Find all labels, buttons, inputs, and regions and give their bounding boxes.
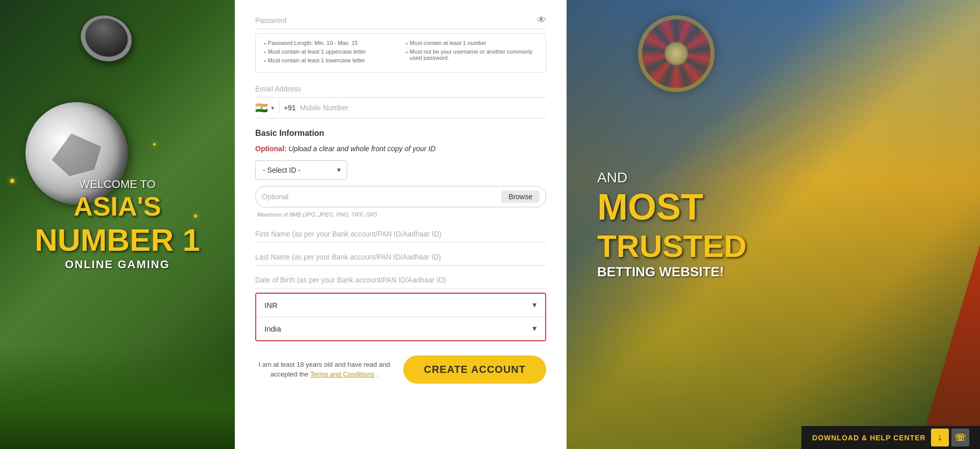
download-icon[interactable]: ↓ xyxy=(931,429,949,446)
dob-input[interactable] xyxy=(255,270,546,289)
optional-upload-label: Optional: Upload a clear and whole front… xyxy=(255,144,546,154)
hints-column-1: • Password Length: Min. 10 - Max. 15 • M… xyxy=(264,40,396,66)
hint-uppercase: • Must contain at least 1 uppercase lett… xyxy=(264,49,396,55)
file-upload-row: Optional Browse xyxy=(255,186,546,207)
currency-country-group: INR USD EUR GBP ▼ India Pakistan Banglad… xyxy=(255,293,546,341)
right-text-panel: AND MOST TRUSTED BETTING WEBSITE! xyxy=(567,0,980,449)
phone-row: 🇮🇳 ▼ +91 xyxy=(255,102,546,119)
online-gaming-text: ONLINE GAMING xyxy=(65,258,170,271)
terms-period: . xyxy=(376,370,378,378)
mobile-number-input[interactable] xyxy=(300,104,546,112)
last-name-input[interactable] xyxy=(255,247,546,266)
browse-button[interactable]: Browse xyxy=(501,191,540,203)
optional-keyword: Optional: xyxy=(255,145,286,153)
hint-username: • Must not be your username or another c… xyxy=(406,49,537,61)
country-select-row: India Pakistan Bangladesh Sri Lanka Nepa… xyxy=(256,317,545,340)
basic-info-title: Basic Information xyxy=(255,129,546,138)
country-select[interactable]: India Pakistan Bangladesh Sri Lanka Nepa… xyxy=(256,317,545,340)
currency-select[interactable]: INR USD EUR GBP xyxy=(256,294,545,317)
welcome-to-text: WELCOME TO xyxy=(79,178,156,191)
select-id-dropdown[interactable]: - Select ID - Passport Driver's License … xyxy=(255,160,347,180)
country-code-selector[interactable]: 🇮🇳 ▼ xyxy=(255,102,280,114)
select-id-container: - Select ID - Passport Driver's License … xyxy=(255,160,347,180)
hint-length: • Password Length: Min. 10 - Max. 15 xyxy=(264,40,396,46)
india-flag-icon: 🇮🇳 xyxy=(255,102,268,114)
registration-form: 👁 • Password Length: Min. 10 - Max. 15 •… xyxy=(235,0,567,449)
email-field-group xyxy=(255,79,546,98)
first-name-input[interactable] xyxy=(255,224,546,243)
password-toggle-icon[interactable]: 👁 xyxy=(537,14,546,25)
hint-number: • Must contain at least 1 number xyxy=(406,40,537,46)
asias-text: ASIA'S xyxy=(74,191,161,222)
hints-column-2: • Must contain at least 1 number • Must … xyxy=(406,40,537,66)
download-help-bar[interactable]: DOWNLOAD & HELP CENTER ↓ ☏ xyxy=(801,426,980,449)
download-bar-text: DOWNLOAD & HELP CENTER xyxy=(812,434,925,442)
file-upload-placeholder: Optional xyxy=(262,193,501,201)
optional-description: Upload a clear and whole front copy of y… xyxy=(288,145,435,153)
create-account-button[interactable]: CREATE ACCOUNT xyxy=(403,356,546,384)
phone-country-code: +91 xyxy=(284,104,300,112)
flag-chevron-icon: ▼ xyxy=(270,105,275,111)
email-input[interactable] xyxy=(255,79,546,98)
help-icon[interactable]: ☏ xyxy=(951,429,969,446)
number1-text: NUMBER 1 xyxy=(35,222,200,258)
select-id-wrapper: - Select ID - Passport Driver's License … xyxy=(255,160,546,180)
most-text: MOST xyxy=(597,186,703,228)
password-hints-box: • Password Length: Min. 10 - Max. 15 • M… xyxy=(255,33,546,73)
file-size-note: Maximum of 8MB (JPG, JPEG, PNG, TIFF, GI… xyxy=(255,211,546,218)
password-input[interactable] xyxy=(255,10,546,29)
betting-website-text: BETTING WEBSITE! xyxy=(597,264,724,280)
left-welcome-panel: WELCOME TO ASIA'S NUMBER 1 ONLINE GAMING xyxy=(0,0,235,449)
and-text: AND xyxy=(597,170,627,186)
password-field-group: 👁 xyxy=(255,10,546,29)
hint-lowercase: • Must contain at least 1 lowercase lett… xyxy=(264,57,396,64)
trusted-text: TRUSTED xyxy=(597,228,747,264)
download-icons-group: ↓ ☏ xyxy=(931,429,969,446)
terms-text-line1: I am at least 18 years old and have read… xyxy=(259,361,390,368)
currency-select-row: INR USD EUR GBP ▼ xyxy=(256,294,545,317)
terms-text-line2: accepted the xyxy=(271,370,308,378)
terms-link[interactable]: Terms and Conditions xyxy=(310,370,375,378)
bottom-action-section: I am at least 18 years old and have read… xyxy=(255,356,546,384)
terms-text: I am at least 18 years old and have read… xyxy=(255,360,393,380)
